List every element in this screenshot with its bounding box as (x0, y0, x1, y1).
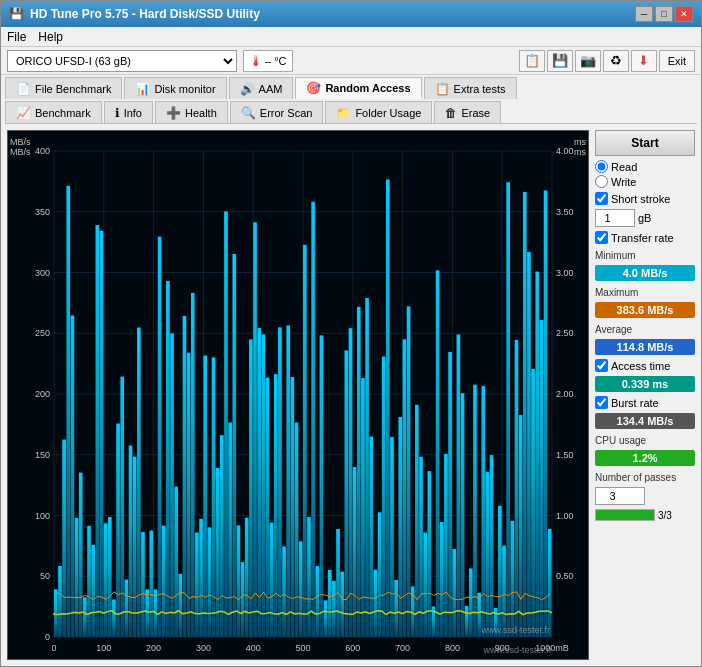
transfer-rate-label: Transfer rate (611, 232, 674, 244)
tab-benchmark-label: Benchmark (35, 107, 91, 119)
content-area: MB/s ms www.ssd-tester.fr Start Read Wri… (1, 124, 701, 666)
chart-container: MB/s ms www.ssd-tester.fr (7, 130, 589, 660)
tab-disk-monitor-label: Disk monitor (154, 83, 215, 95)
benchmark-icon: 📈 (16, 106, 31, 120)
tabs-row1: 📄 File Benchmark 📊 Disk monitor 🔊 AAM 🎯 … (1, 75, 701, 99)
toolbar-icon-save[interactable]: 💾 (547, 50, 573, 72)
passes-spin-row (595, 487, 695, 505)
burst-rate-row: Burst rate (595, 396, 695, 409)
write-radio[interactable] (595, 175, 608, 188)
tab-random-access-label: Random Access (325, 82, 410, 94)
menu-file[interactable]: File (7, 30, 26, 44)
short-stroke-input[interactable] (595, 209, 635, 227)
menu-bar: File Help (1, 27, 701, 47)
short-stroke-checkbox[interactable] (595, 192, 608, 205)
short-stroke-row: Short stroke (595, 192, 695, 205)
short-stroke-spin-row: gB (595, 209, 695, 227)
file-benchmark-icon: 📄 (16, 82, 31, 96)
tab-file-benchmark[interactable]: 📄 File Benchmark (5, 77, 122, 99)
read-write-group: Read Write (595, 160, 695, 188)
tab-random-access[interactable]: 🎯 Random Access (295, 77, 421, 99)
burst-rate-label: Burst rate (611, 397, 659, 409)
short-stroke-unit: gB (638, 212, 651, 224)
access-time-label: Access time (611, 360, 670, 372)
title-bar-left: 💾 HD Tune Pro 5.75 - Hard Disk/SSD Utili… (9, 7, 260, 21)
tab-folder-usage[interactable]: 📁 Folder Usage (325, 101, 432, 123)
info-icon: ℹ (115, 106, 120, 120)
write-radio-row: Write (595, 175, 695, 188)
exit-button[interactable]: Exit (659, 50, 695, 72)
tab-file-benchmark-label: File Benchmark (35, 83, 111, 95)
toolbar-icon-recycle[interactable]: ♻ (603, 50, 629, 72)
tab-benchmark[interactable]: 📈 Benchmark (5, 101, 102, 123)
main-window: 💾 HD Tune Pro 5.75 - Hard Disk/SSD Utili… (0, 0, 702, 667)
start-button[interactable]: Start (595, 130, 695, 156)
temp-display: 🌡 – °C (243, 50, 293, 72)
transfer-rate-row: Transfer rate (595, 231, 695, 244)
average-value: 114.8 MB/s (595, 339, 695, 355)
folder-usage-icon: 📁 (336, 106, 351, 120)
passes-input[interactable] (595, 487, 645, 505)
tab-health-label: Health (185, 107, 217, 119)
toolbar-icon-camera[interactable]: 📷 (575, 50, 601, 72)
drive-select[interactable]: ORICO UFSD-I (63 gB) (7, 50, 237, 72)
maximize-button[interactable]: □ (655, 6, 673, 22)
side-panel: Start Read Write Short stroke gB (595, 130, 695, 660)
short-stroke-label: Short stroke (611, 193, 670, 205)
tab-aam-label: AAM (259, 83, 283, 95)
access-time-checkbox[interactable] (595, 359, 608, 372)
menu-help[interactable]: Help (38, 30, 63, 44)
toolbar-icon-copy[interactable]: 📋 (519, 50, 545, 72)
tab-erase[interactable]: 🗑 Erase (434, 101, 501, 123)
progress-bar-fill (596, 510, 654, 520)
read-radio-row: Read (595, 160, 695, 173)
maximum-value: 383.6 MB/s (595, 302, 695, 318)
toolbar-icons: 📋 💾 📷 ♻ ⬇ Exit (519, 50, 695, 72)
cpu-usage-label: CPU usage (595, 435, 695, 446)
burst-rate-checkbox[interactable] (595, 396, 608, 409)
random-access-icon: 🎯 (306, 81, 321, 95)
y-axis-right-title: ms (574, 137, 586, 147)
cpu-usage-value: 1.2% (595, 450, 695, 466)
close-button[interactable]: ✕ (675, 6, 693, 22)
minimize-button[interactable]: ─ (635, 6, 653, 22)
access-time-value: 0.339 ms (595, 376, 695, 392)
maximum-label: Maximum (595, 287, 695, 298)
tab-aam[interactable]: 🔊 AAM (229, 77, 294, 99)
tab-disk-monitor[interactable]: 📊 Disk monitor (124, 77, 226, 99)
burst-rate-value: 134.4 MB/s (595, 413, 695, 429)
health-icon: ➕ (166, 106, 181, 120)
tab-health[interactable]: ➕ Health (155, 101, 228, 123)
progress-row: 3/3 (595, 509, 695, 521)
window-title: HD Tune Pro 5.75 - Hard Disk/SSD Utility (30, 7, 260, 21)
y-axis-left-title: MB/s (10, 137, 31, 147)
aam-icon: 🔊 (240, 82, 255, 96)
progress-bar-container (595, 509, 655, 521)
watermark: www.ssd-tester.fr (483, 645, 552, 655)
temp-icon: 🌡 (249, 53, 263, 69)
tab-error-scan[interactable]: 🔍 Error Scan (230, 101, 324, 123)
erase-icon: 🗑 (445, 106, 457, 120)
average-label: Average (595, 324, 695, 335)
write-label: Write (611, 176, 636, 188)
toolbar: ORICO UFSD-I (63 gB) 🌡 – °C 📋 💾 📷 ♻ ⬇ Ex… (1, 47, 701, 75)
tabs-row2: 📈 Benchmark ℹ Info ➕ Health 🔍 Error Scan… (1, 99, 701, 123)
toolbar-icon-download[interactable]: ⬇ (631, 50, 657, 72)
tab-error-scan-label: Error Scan (260, 107, 313, 119)
benchmark-chart (8, 131, 588, 659)
read-radio[interactable] (595, 160, 608, 173)
minimum-value: 4.0 MB/s (595, 265, 695, 281)
tab-folder-usage-label: Folder Usage (355, 107, 421, 119)
transfer-rate-checkbox[interactable] (595, 231, 608, 244)
tab-extra-tests-label: Extra tests (454, 83, 506, 95)
disk-monitor-icon: 📊 (135, 82, 150, 96)
temp-value: – °C (265, 55, 287, 67)
read-label: Read (611, 161, 637, 173)
tab-info-label: Info (124, 107, 142, 119)
error-scan-icon: 🔍 (241, 106, 256, 120)
extra-tests-icon: 📋 (435, 82, 450, 96)
access-time-row: Access time (595, 359, 695, 372)
tab-erase-label: Erase (461, 107, 490, 119)
tab-extra-tests[interactable]: 📋 Extra tests (424, 77, 517, 99)
tab-info[interactable]: ℹ Info (104, 101, 153, 123)
